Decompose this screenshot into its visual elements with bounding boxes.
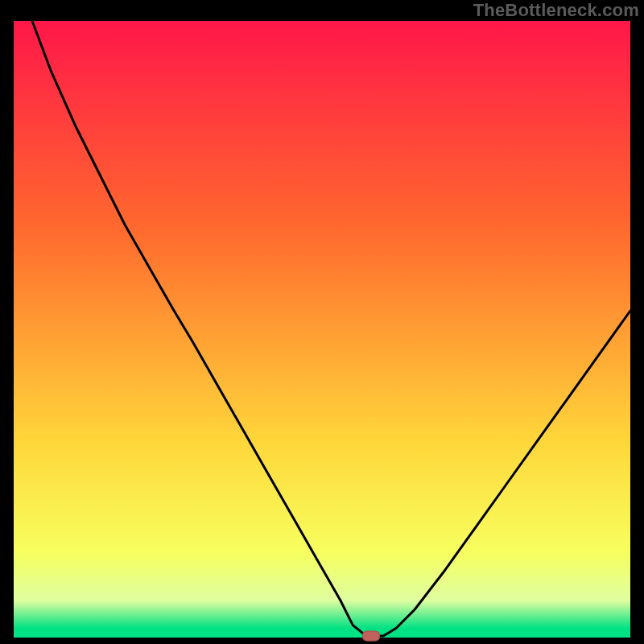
bottleneck-plot-svg — [14, 21, 630, 638]
watermark-text: TheBottleneck.com — [473, 0, 639, 21]
chart-frame: TheBottleneck.com — [0, 0, 644, 644]
gradient-background — [14, 21, 630, 638]
plot-area — [14, 21, 630, 638]
optimal-marker — [362, 630, 380, 641]
